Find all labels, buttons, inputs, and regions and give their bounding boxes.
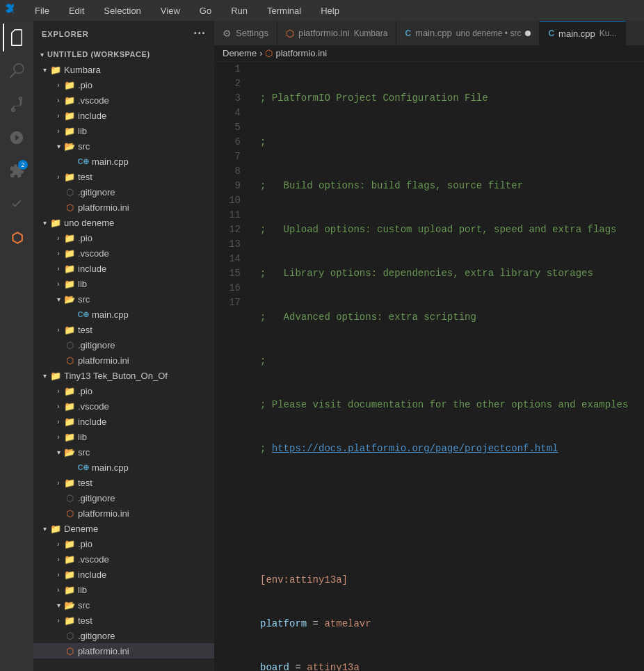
folder-test-deneme[interactable]: › 📁 test: [33, 613, 214, 628]
folder-src-uno[interactable]: ▾ 📂 src: [33, 291, 214, 307]
file-gitignore-uno[interactable]: ⬡ .gitignore: [33, 337, 214, 353]
folder-icon: 📁: [64, 248, 75, 259]
folder-vscode-uno[interactable]: › 📁 .vscode: [33, 245, 214, 261]
cpp-icon: C⊕: [78, 156, 89, 167]
menu-view[interactable]: View: [156, 4, 184, 17]
test-icon[interactable]: [3, 191, 31, 218]
file-gitignore-deneme[interactable]: ⬡ .gitignore: [33, 628, 214, 643]
file-main-cpp-tiny[interactable]: C⊕ main.cpp: [33, 460, 214, 475]
file-main-cpp-uno[interactable]: C⊕ main.cpp: [33, 307, 214, 322]
folder-uno-deneme[interactable]: ▾ 📁 uno deneme: [33, 215, 214, 230]
tab-platformio-kumbara[interactable]: ⬡ platformio.ini Kumbara: [277, 21, 396, 45]
file-platformio-ini-uno[interactable]: ⬡ platformio.ini: [33, 353, 214, 368]
file-platformio-ini-deneme[interactable]: ⬡ platformio.ini: [33, 643, 214, 658]
folder-label: .vscode: [78, 401, 109, 412]
code-line-1: ; PlatformIO Project Configuration File: [260, 91, 633, 106]
folder-test-kumbara[interactable]: › 📁 test: [33, 169, 214, 184]
workspace-label[interactable]: ▾ UNTITLED (WORKSPACE): [33, 47, 214, 62]
code-line-5: ; Library options: dependencies, extra l…: [260, 266, 633, 281]
folder-icon: 📁: [64, 385, 75, 396]
file-label: .gitignore: [78, 340, 115, 350]
menu-file[interactable]: File: [31, 4, 54, 17]
ini-icon: ⬡: [64, 508, 75, 519]
code-line-4: ; Upload options: custom upload port, sp…: [260, 223, 633, 237]
folder-lib-kumbara[interactable]: › 📁 lib: [33, 123, 214, 138]
file-platformio-ini-tiny[interactable]: ⬡ platformio.ini: [33, 506, 214, 521]
folder-icon: 📁: [64, 125, 75, 136]
folder-pio-kumbara[interactable]: › 📁 .pio: [33, 77, 214, 92]
tab-settings[interactable]: ⚙ Settings: [214, 21, 277, 45]
tab-main-cpp-uno[interactable]: C main.cpp uno deneme • src: [396, 21, 540, 45]
folder-vscode-tiny[interactable]: › 📁 .vscode: [33, 398, 214, 414]
folder-icon: 📁: [64, 569, 75, 580]
sidebar-more-button[interactable]: ···: [193, 26, 206, 41]
sidebar: Explorer ··· ▾ UNTITLED (WORKSPACE) ▾ 📁 …: [33, 21, 214, 671]
folder-icon: 📁: [64, 171, 75, 182]
folder-vscode-kumbara[interactable]: › 📁 .vscode: [33, 92, 214, 108]
folder-include-tiny[interactable]: › 📁 include: [33, 414, 214, 429]
file-gitignore-tiny[interactable]: ⬡ .gitignore: [33, 490, 214, 506]
folder-lib-deneme[interactable]: › 📁 lib: [33, 582, 214, 597]
folder-include-uno[interactable]: › 📁 include: [33, 261, 214, 276]
folder-pio-deneme[interactable]: › 📁 .pio: [33, 536, 214, 551]
folder-deneme[interactable]: ▾ 📁 Deneme: [33, 521, 214, 536]
tab-label: main.cpp: [558, 29, 595, 39]
folder-label: Tiny13 Tek_Buton_On_Of: [64, 371, 168, 381]
code-line-13: platform = atmelavr: [260, 617, 633, 631]
folder-label: src: [78, 600, 90, 611]
folder-pio-tiny[interactable]: › 📁 .pio: [33, 383, 214, 398]
folder-label: src: [78, 141, 90, 152]
menu-terminal[interactable]: Terminal: [263, 4, 305, 17]
code-editor[interactable]: 1 2 3 4 5 6 7 8 9 10 11 12 13 14 15 16 1…: [214, 62, 644, 671]
folder-label: test: [78, 325, 92, 335]
folder-vscode-deneme[interactable]: › 📁 .vscode: [33, 551, 214, 567]
sidebar-header: Explorer ···: [33, 21, 214, 47]
folder-kumbara[interactable]: ▾ 📁 Kumbara: [33, 62, 214, 77]
folder-include-deneme[interactable]: › 📁 include: [33, 567, 214, 582]
extensions-badge: 2: [18, 160, 28, 170]
folder-icon: 📁: [64, 263, 75, 274]
menu-help[interactable]: Help: [316, 4, 344, 17]
tab-sublabel: Kumbara: [354, 29, 388, 38]
code-line-10: [260, 485, 633, 500]
folder-test-uno[interactable]: › 📁 test: [33, 322, 214, 337]
sidebar-tree: ▾ UNTITLED (WORKSPACE) ▾ 📁 Kumbara › 📁 .…: [33, 47, 214, 671]
folder-src-deneme[interactable]: ▾ 📂 src: [33, 597, 214, 613]
folder-icon: 📁: [50, 217, 61, 228]
ini-icon: ⬡: [64, 202, 75, 213]
menu-run[interactable]: Run: [227, 4, 252, 17]
cpp-icon: C⊕: [78, 309, 89, 320]
folder-lib-tiny[interactable]: › 📁 lib: [33, 429, 214, 444]
explorer-icon[interactable]: [3, 24, 31, 51]
folder-icon: 📂: [64, 446, 75, 458]
folder-icon: 📁: [64, 584, 75, 595]
folder-label: .vscode: [78, 248, 109, 259]
folder-lib-uno[interactable]: › 📁 lib: [33, 276, 214, 291]
file-main-cpp-kumbara[interactable]: C⊕ main.cpp: [33, 154, 214, 169]
file-label: main.cpp: [92, 156, 129, 167]
folder-label: .pio: [78, 80, 92, 90]
folder-src-tiny[interactable]: ▾ 📂 src: [33, 444, 214, 460]
folder-include-kumbara[interactable]: › 📁 include: [33, 108, 214, 123]
folder-src-kumbara[interactable]: ▾ 📂 src: [33, 138, 214, 154]
search-icon[interactable]: [3, 57, 31, 85]
run-debug-icon[interactable]: [3, 124, 31, 152]
menu-selection[interactable]: Selection: [99, 4, 145, 17]
folder-test-tiny[interactable]: › 📁 test: [33, 475, 214, 490]
file-label: .gitignore: [78, 631, 115, 641]
code-content: ; PlatformIO Project Configuration File …: [249, 62, 644, 671]
folder-pio-uno[interactable]: › 📁 .pio: [33, 230, 214, 245]
menu-edit[interactable]: Edit: [65, 4, 88, 17]
menu-go[interactable]: Go: [195, 4, 216, 17]
code-line-9: ; https://docs.platformio.org/page/proje…: [260, 442, 633, 456]
source-control-icon[interactable]: [3, 90, 31, 118]
folder-tiny13[interactable]: ▾ 📁 Tiny13 Tek_Buton_On_Of: [33, 368, 214, 383]
folder-label: Kumbara: [64, 65, 101, 75]
file-gitignore-kumbara[interactable]: ⬡ .gitignore: [33, 184, 214, 200]
file-platformio-ini-kumbara[interactable]: ⬡ platformio.ini: [33, 200, 214, 215]
folder-label: src: [78, 447, 90, 458]
platformio-icon[interactable]: ⬡: [3, 224, 31, 252]
tab-main-cpp-deneme[interactable]: C main.cpp Ku...: [540, 21, 625, 45]
folder-icon: 📁: [64, 95, 75, 106]
extensions-icon[interactable]: 2: [3, 157, 31, 185]
